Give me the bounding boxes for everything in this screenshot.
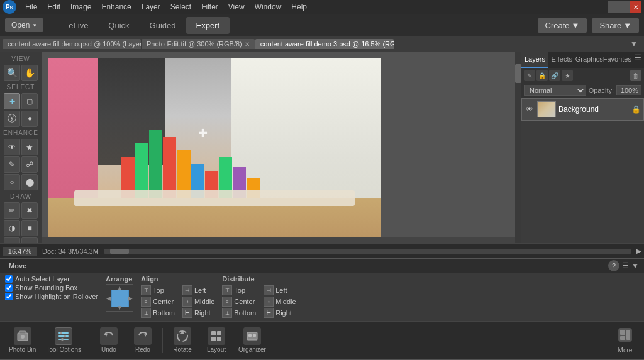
delete-layer-button[interactable]: 🗑	[630, 70, 641, 81]
file-tab-1[interactable]: Photo-Edit.tif @ 300% (RGB/8) ✕	[142, 39, 255, 49]
blend-mode-select[interactable]: Normal	[524, 85, 586, 96]
minimize-button[interactable]: —	[608, 1, 619, 13]
align-left-button[interactable]: ⊣	[182, 285, 192, 295]
eyedropper-tool[interactable]: 👁	[4, 139, 20, 155]
tab-effects[interactable]: Effects	[548, 52, 575, 68]
menu-enhance[interactable]: Enhance	[96, 1, 136, 13]
paint-fill-tool[interactable]: ■	[21, 220, 38, 236]
panel-menu-icon[interactable]: ☰	[631, 52, 644, 64]
up-arrow: ▲	[116, 285, 123, 292]
h-scrollbar[interactable]	[42, 237, 515, 243]
hand-tool[interactable]: ✋	[21, 65, 38, 81]
menu-file[interactable]: File	[20, 1, 42, 13]
pencil-tool[interactable]: ✏	[4, 202, 20, 219]
move-tool[interactable]: ✚	[4, 93, 20, 109]
menu-view[interactable]: View	[223, 1, 250, 13]
tool-options-tool[interactable]: Tool Options	[42, 325, 85, 356]
h-scroll-thumb[interactable]	[110, 249, 129, 254]
scroll-right-arrow[interactable]: ▶	[636, 248, 641, 254]
redo-tool[interactable]: Redo	[127, 325, 158, 356]
maximize-button[interactable]: □	[619, 1, 630, 13]
dist-top-button[interactable]: ⊤	[222, 285, 232, 295]
link-button[interactable]: 🔗	[549, 70, 560, 81]
layer-visibility-icon[interactable]: 👁	[525, 104, 535, 114]
help-button[interactable]: ?	[608, 260, 619, 271]
menu-layer[interactable]: Layer	[136, 1, 165, 13]
align-bottom-button[interactable]: ⊥	[141, 308, 151, 318]
layout-tool[interactable]: Layout	[201, 325, 232, 356]
rotate-tool[interactable]: Rotate	[167, 325, 198, 356]
undo-icon	[100, 327, 118, 345]
align-top-button[interactable]: ⊤	[141, 285, 151, 295]
menu-select[interactable]: Select	[165, 1, 196, 13]
opacity-input[interactable]	[616, 85, 641, 95]
sponge-tool[interactable]: ⬤	[21, 174, 38, 190]
dist-middle-button[interactable]: ↕	[264, 297, 274, 307]
tab-elive[interactable]: eLive	[58, 17, 98, 34]
dist-left-label: Left	[275, 286, 287, 294]
arrow-down-icon[interactable]: ▼	[631, 261, 639, 270]
organizer-tool[interactable]: Organizer	[235, 325, 270, 356]
bounding-box-checkbox[interactable]	[5, 284, 13, 292]
dist-bottom-row: ⊥ Bottom	[222, 308, 256, 318]
style-button[interactable]: ★	[562, 70, 573, 81]
create-button[interactable]: Create ▼	[538, 18, 587, 33]
blur-tool[interactable]: ○	[4, 174, 20, 190]
text-tool[interactable]: T	[4, 237, 20, 243]
list-icon[interactable]: ☰	[622, 261, 629, 270]
panel-actions: ✎ 🔒 🔗 ★ 🗑	[521, 68, 644, 83]
zoom-input[interactable]	[3, 247, 37, 256]
tab-quick[interactable]: Quick	[98, 17, 139, 34]
align-center-button[interactable]: ≡	[141, 297, 151, 307]
layer-item-background[interactable]: 👁 Background 🔒	[521, 98, 644, 121]
menu-filter[interactable]: Filter	[196, 1, 223, 13]
align-middle-button[interactable]: ↕	[182, 297, 192, 307]
rectangle-select-tool[interactable]: ▢	[21, 93, 38, 109]
align-right-button[interactable]: ⊢	[182, 308, 192, 318]
dist-center-row: ≡ Center	[222, 297, 256, 307]
eraser-tool[interactable]: ✖	[21, 202, 38, 219]
dist-bottom-button[interactable]: ⊥	[222, 308, 232, 318]
dist-right-button[interactable]: ⊢	[264, 308, 274, 318]
tab-guided[interactable]: Guided	[140, 17, 186, 34]
bounding-box-row: Show Bounding Box	[5, 284, 98, 292]
menu-window[interactable]: Window	[250, 1, 287, 13]
file-tab-0[interactable]: content aware fill demo.psd @ 100% (Laye…	[3, 39, 141, 49]
more-button[interactable]: More	[611, 325, 639, 356]
align-right-label: Right	[194, 309, 211, 317]
clone-stamp-tool[interactable]: ☍	[21, 156, 38, 173]
photo-bin-tool[interactable]: Photo Bin	[5, 325, 40, 356]
dist-center-button[interactable]: ≡	[222, 297, 232, 307]
align-bottom-label: Bottom	[153, 309, 175, 317]
share-button[interactable]: Share ▼	[592, 18, 639, 33]
file-tab-2[interactable]: content aware fill demo 3.psd @ 16.5% (R…	[255, 39, 394, 49]
tab-favorites[interactable]: Favorites	[603, 52, 631, 68]
tab-layers[interactable]: Layers	[521, 52, 548, 68]
auto-select-checkbox[interactable]	[5, 275, 13, 283]
zoom-tool[interactable]: 🔍	[4, 65, 20, 81]
open-button[interactable]: Open ▼	[5, 18, 43, 32]
tab-expert[interactable]: Expert	[186, 17, 230, 34]
tab-graphics[interactable]: Graphics	[575, 52, 603, 68]
highlight-rollover-checkbox[interactable]	[5, 293, 13, 300]
h-scroll-track[interactable]	[104, 249, 631, 254]
select-section-label: SELECT	[1, 82, 40, 92]
line-tool[interactable]: /	[21, 237, 38, 243]
new-layer-button[interactable]: ✎	[524, 70, 535, 81]
magic-wand-tool[interactable]: ✦	[21, 111, 38, 127]
tab-menu-button[interactable]: ▼	[626, 38, 641, 50]
tool-options-bar: Move ? ☰ ▼ Auto Select Layer Show Boundi…	[0, 258, 644, 321]
spot-heal-tool[interactable]: ★	[21, 139, 38, 155]
lasso-tool[interactable]: ⓨ	[4, 111, 20, 127]
lock-button[interactable]: 🔒	[536, 70, 548, 81]
close-button[interactable]: ✕	[630, 1, 641, 13]
tab-close-1[interactable]: ✕	[245, 41, 250, 48]
menu-edit[interactable]: Edit	[42, 1, 65, 13]
undo-tool[interactable]: Undo	[93, 325, 125, 356]
brush-tool[interactable]: ✎	[4, 156, 20, 173]
menu-image[interactable]: Image	[65, 1, 96, 13]
menu-help[interactable]: Help	[286, 1, 312, 13]
v-scrollbar[interactable]	[515, 52, 521, 243]
dist-left-button[interactable]: ⊣	[264, 285, 274, 295]
paint-bucket-tool[interactable]: ◑	[4, 220, 20, 236]
